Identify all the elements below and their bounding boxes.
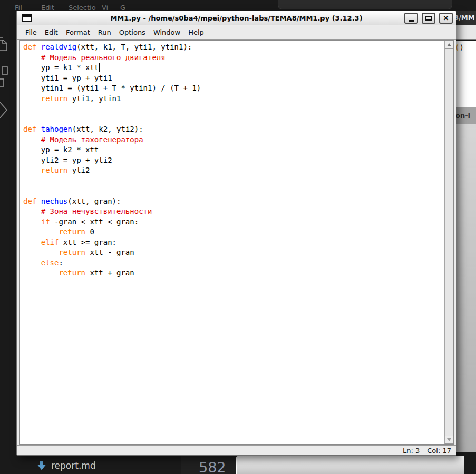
menu-item-window[interactable]: Window <box>150 26 184 38</box>
minimize-button[interactable] <box>404 13 418 24</box>
code-line[interactable]: yp = k1 * xtt <box>23 63 444 74</box>
background-window-code: () <box>456 41 476 107</box>
status-col: Col: 17 <box>427 447 451 455</box>
background-window-bottom <box>236 456 464 474</box>
code-line[interactable]: return 0 <box>23 228 444 238</box>
code-line[interactable] <box>23 104 444 115</box>
command-center-box[interactable] <box>278 0 452 9</box>
status-line: Ln: 3 <box>403 447 420 455</box>
code-line[interactable]: return xtt - gran <box>23 248 444 259</box>
menu-item-run[interactable]: Run <box>94 26 115 38</box>
code-line[interactable]: # Зона нечувствительности <box>23 207 444 218</box>
code-line[interactable] <box>23 115 444 125</box>
code-line[interactable]: return yti1, ytin1 <box>23 94 444 105</box>
code-line[interactable]: ytin1 = (yti1 + T * ytin1) / (T + 1) <box>23 84 444 94</box>
code-line[interactable]: def tahogen(xtt, k2, yti2): <box>23 125 444 135</box>
arrow-down-icon <box>447 438 451 441</box>
status-bar: Ln: 3 Col: 17 <box>17 445 456 455</box>
code-line[interactable]: yp = k2 * xtt <box>23 145 444 156</box>
code-line[interactable] <box>23 176 444 187</box>
code-line[interactable]: yti1 = yp + yti1 <box>23 74 444 84</box>
text-cursor <box>99 63 100 72</box>
arrow-up-icon <box>447 43 451 46</box>
code-line[interactable]: elif xtt >= gran: <box>23 238 444 249</box>
code-line[interactable]: if -gran < xtt < gran: <box>23 218 444 228</box>
explorer-files-icon[interactable] <box>0 37 8 52</box>
background-window-right[interactable]: 8/MM () on-l <box>456 11 476 452</box>
bottom-count-panel: 582 <box>181 456 236 474</box>
code-line[interactable]: # Модель реального двигателя <box>23 53 444 64</box>
editor-frame: def realdvig(xtt, k1, T, yti1, ytin1): #… <box>19 40 454 445</box>
scroll-down-button[interactable] <box>445 436 453 444</box>
minimize-icon <box>409 20 414 22</box>
count-badge: 582 <box>199 459 226 474</box>
window-icon[interactable] <box>22 14 32 22</box>
code-area[interactable]: def realdvig(xtt, k1, T, yti1, ytin1): #… <box>20 41 444 444</box>
scroll-up-button[interactable] <box>445 41 453 49</box>
background-window-body <box>456 124 476 452</box>
menu-item-help[interactable]: Help <box>184 26 208 38</box>
idle-window: MM1.py - /home/s0ba4/mpei/python-labs/TE… <box>16 11 456 456</box>
desktop-background: FilEditSelectioViG 8/MM () on-l 582 repo… <box>0 0 476 474</box>
close-icon: ✕ <box>443 15 449 22</box>
vertical-scrollbar <box>444 41 453 444</box>
code-line[interactable]: # Модель тахогенератора <box>23 135 444 146</box>
menu-item-edit[interactable]: Edit <box>41 26 62 38</box>
code-line[interactable]: return xtt + gran <box>23 269 444 279</box>
background-window-menubar <box>456 25 476 40</box>
menu-item-file[interactable]: File <box>22 26 41 38</box>
window-controls: ✕ <box>404 13 453 24</box>
menu-bar: FileEditFormatRunOptionsWindowHelp <box>17 26 456 39</box>
vscode-menubar: FilEditSelectioViG <box>0 0 476 11</box>
sidebar-item-report[interactable]: report.md <box>37 457 96 474</box>
code-line[interactable]: yti2 = yp + yti2 <box>23 156 444 166</box>
window-title: MM1.py - /home/s0ba4/mpei/python-labs/TE… <box>110 14 362 22</box>
background-window-title: 8/MM <box>456 11 476 25</box>
code-line[interactable]: else: <box>23 259 444 269</box>
download-arrow-icon <box>37 460 46 471</box>
menu-item-options[interactable]: Options <box>115 26 149 38</box>
code-line[interactable]: def nechus(xtt, gran): <box>23 197 444 208</box>
maximize-button[interactable] <box>422 13 435 24</box>
maximize-icon <box>425 16 432 21</box>
source-control-squares-icon[interactable] <box>0 66 8 90</box>
background-window-tab: on-l <box>456 107 476 124</box>
close-button[interactable]: ✕ <box>439 13 453 24</box>
titlebar[interactable]: MM1.py - /home/s0ba4/mpei/python-labs/TE… <box>17 11 456 25</box>
file-label: report.md <box>51 460 96 471</box>
code-line[interactable]: def realdvig(xtt, k1, T, yti1, ytin1): <box>23 43 444 53</box>
chevron-right-icon[interactable] <box>0 100 9 121</box>
code-line[interactable] <box>23 186 444 197</box>
menu-item-format[interactable]: Format <box>62 26 94 38</box>
code-line[interactable]: return yti2 <box>23 166 444 176</box>
scrollbar-thumb[interactable] <box>445 49 453 436</box>
